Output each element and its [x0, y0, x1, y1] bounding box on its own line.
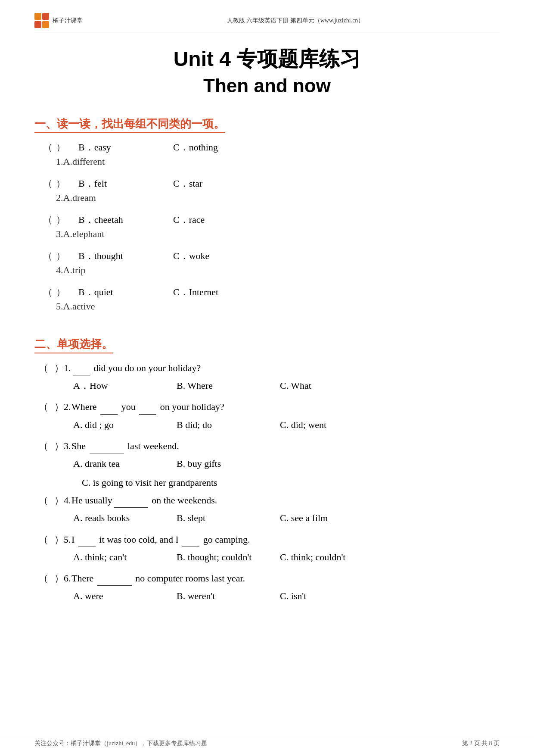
footer-left: 关注公众号：橘子汁课堂（juzizhi_edu），下载更多专题库练习题: [34, 740, 207, 747]
footer: 关注公众号：橘子汁课堂（juzizhi_edu），下载更多专题库练习题 第 2 …: [0, 736, 534, 747]
choice-b: B. buy gifts: [177, 456, 280, 471]
q2-item-6: （ ）6. There no computer rooms last year.…: [39, 571, 500, 603]
choice-b: B. Where: [177, 378, 280, 393]
q-col-c: C．star: [173, 176, 500, 191]
q2-text: I it was too cold, and I go camping.: [71, 532, 250, 547]
q-paren: （: [39, 493, 54, 508]
answer-blank: [100, 403, 118, 414]
q2-item-4: （ ）4. He usually on the weekends. A. rea…: [39, 493, 500, 525]
section1-title: 一、读一读，找出每组不同类的一项。: [34, 116, 225, 133]
q-paren2: ）3.: [54, 438, 71, 453]
paren-left: （: [43, 249, 56, 263]
q-col-b: B．quiet: [78, 285, 173, 299]
q2-question-row: （ ）1. did you do on your holiday?: [39, 360, 500, 375]
q-paren2: ）2.: [54, 399, 71, 414]
paren-left: （: [43, 140, 56, 154]
table-row: （ ）2.A.dream B．felt C．star: [43, 176, 500, 205]
q-label: ）4.A.trip: [56, 249, 78, 277]
q2-text: She last weekend.: [71, 438, 179, 453]
q2-text: There no computer rooms last year.: [71, 571, 245, 586]
choice-a: A. think; can't: [73, 550, 177, 565]
logo-sq1: [34, 13, 41, 20]
q-paren: （: [39, 532, 54, 547]
table-row: （ ）4.A.trip B．thought C．woke: [43, 249, 500, 277]
q-paren: （: [39, 360, 54, 375]
q2-question-row: （ ）2. Where you on your holiday?: [39, 399, 500, 414]
q-paren2: ）1.: [54, 360, 71, 375]
answer-row: A. think; can't B. thought; couldn't C. …: [73, 550, 500, 565]
q-paren: （: [39, 399, 54, 414]
choice-c: C. did; went: [280, 417, 500, 432]
choice-c: C. see a film: [280, 510, 500, 525]
q2-item-1: （ ）1. did you do on your holiday? A．How …: [39, 360, 500, 393]
paren-left: （: [43, 212, 56, 227]
logo-name: 橘子汁课堂: [53, 17, 83, 25]
q2-question-row: （ ）4. He usually on the weekends.: [39, 493, 500, 508]
choice-a: A. did ; go: [73, 417, 177, 432]
q-col-c: C．woke: [173, 249, 500, 263]
answer-blank: [90, 442, 124, 453]
q2-question-row: （ ）3. She last weekend.: [39, 438, 500, 453]
choice-c-extra: C. is going to visit her grandparents: [82, 477, 500, 488]
logo-icon: [34, 13, 50, 28]
page: 橘子汁课堂 人教版 六年级英语下册 第四单元（www.juzizhi.cn） U…: [0, 0, 534, 756]
table-row: （ ）3.A.elephant B．cheetah C．race: [43, 212, 500, 241]
q2-question-row: （ ）6. There no computer rooms last year.: [39, 571, 500, 586]
q-label: ）5.A.active: [56, 285, 78, 313]
answer-blank: [78, 535, 96, 547]
part2-items: （ ）1. did you do on your holiday? A．How …: [39, 360, 500, 603]
main-title-area: Unit 4 专项题库练习 Then and now: [34, 45, 500, 97]
q-col-b: B．cheetah: [78, 212, 173, 227]
q2-item-3: （ ）3. She last weekend. A. drank tea B. …: [39, 438, 500, 488]
q-paren: （: [39, 571, 54, 586]
q2-text: Where you on your holiday?: [71, 399, 224, 414]
answer-blank2: [182, 535, 199, 547]
q-label: ）2.A.dream: [56, 176, 78, 205]
q-col-b: B．felt: [78, 176, 173, 191]
logo-box: 橘子汁课堂: [34, 13, 83, 28]
choice-a: A．How: [73, 378, 177, 393]
q-col-b: B．thought: [78, 249, 173, 263]
choice-a: A. were: [73, 588, 177, 603]
choice-b: B did; do: [177, 417, 280, 432]
answer-blank2: [139, 403, 156, 414]
paren-left: （: [43, 176, 56, 191]
choice-a: A. reads books: [73, 510, 177, 525]
header-title: 人教版 六年级英语下册 第四单元（www.juzizhi.cn）: [91, 17, 500, 25]
q-paren: （: [39, 438, 54, 453]
choice-b: B. thought; couldn't: [177, 550, 280, 565]
paren-left: （: [43, 285, 56, 299]
section2: 二、单项选择。 （ ）1. did you do on your holiday…: [34, 321, 500, 603]
choice-c: C. think; couldn't: [280, 550, 500, 565]
q-col-c: C．race: [173, 212, 500, 227]
header: 橘子汁课堂 人教版 六年级英语下册 第四单元（www.juzizhi.cn）: [34, 13, 500, 32]
q-paren2: ）6.: [54, 571, 71, 586]
answer-blank: [97, 575, 132, 586]
choice-a: A. drank tea: [73, 456, 177, 471]
q2-question-row: （ ）5. I it was too cold, and I go campin…: [39, 532, 500, 547]
answer-blank: [114, 497, 148, 508]
answer-row: A. drank tea B. buy gifts: [73, 456, 500, 471]
logo-sq3: [34, 21, 41, 28]
q-col-c: C．Internet: [173, 285, 500, 299]
footer-right: 第 2 页 共 8 页: [462, 740, 500, 747]
choice-b: B. slept: [177, 510, 280, 525]
q-label: ）1.A.different: [56, 140, 78, 169]
answer-row: A. reads books B. slept C. see a film: [73, 510, 500, 525]
choice-c: C. What: [280, 378, 500, 393]
q2-item-5: （ ）5. I it was too cold, and I go campin…: [39, 532, 500, 565]
main-title: Unit 4 专项题库练习: [34, 45, 500, 73]
q-col-c: C．nothing: [173, 140, 500, 154]
q2-text: did you do on your holiday?: [71, 360, 201, 375]
answer-blank: [73, 364, 90, 375]
choice-c: C. isn't: [280, 588, 500, 603]
logo-sq2: [42, 13, 49, 20]
answer-row: A. were B. weren't C. isn't: [73, 588, 500, 603]
table-row: （ ）1.A.different B．easy C．nothing: [43, 140, 500, 169]
q2-item-2: （ ）2. Where you on your holiday? A. did …: [39, 399, 500, 432]
section1: 一、读一读，找出每组不同类的一项。 （ ）1.A.different B．eas…: [34, 101, 500, 313]
q-label: ）3.A.elephant: [56, 212, 78, 241]
section2-title: 二、单项选择。: [34, 337, 113, 353]
answer-row: A．How B. Where C. What: [73, 378, 500, 393]
q-col-b: B．easy: [78, 140, 173, 154]
